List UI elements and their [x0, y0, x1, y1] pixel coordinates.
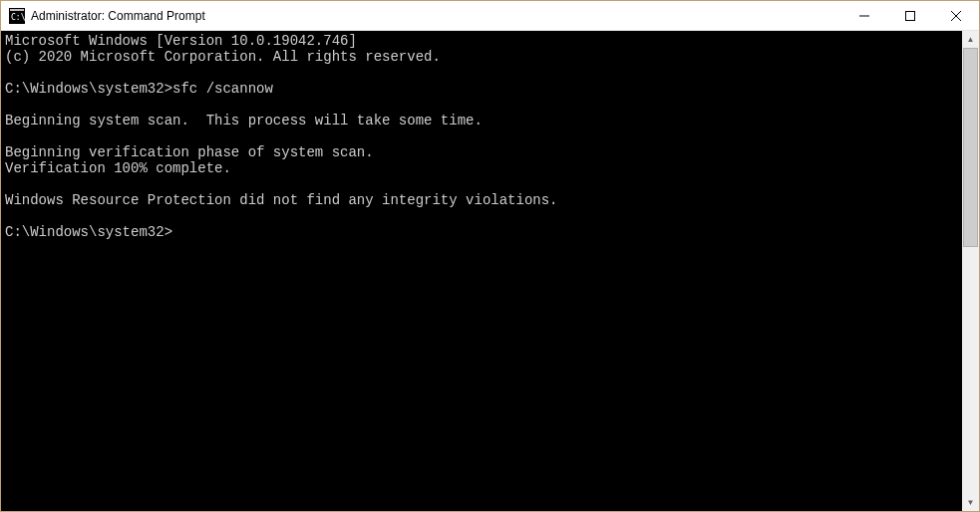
terminal-line: Beginning verification phase of system s… — [5, 144, 374, 160]
scrollbar-up-arrow[interactable]: ▲ — [962, 31, 979, 48]
terminal-output[interactable]: Microsoft Windows [Version 10.0.19042.74… — [1, 31, 962, 511]
svg-rect-1 — [10, 9, 24, 11]
terminal-line: Verification 100% complete. — [5, 160, 231, 176]
minimize-button[interactable] — [841, 1, 887, 30]
terminal-line: (c) 2020 Microsoft Corporation. All righ… — [5, 49, 441, 65]
terminal-line: Windows Resource Protection did not find… — [5, 192, 558, 208]
terminal-wrapper: Microsoft Windows [Version 10.0.19042.74… — [1, 31, 979, 511]
terminal-line: C:\Windows\system32>sfc /scannow — [5, 81, 273, 97]
svg-rect-4 — [906, 11, 915, 20]
terminal-line: Beginning system scan. This process will… — [5, 113, 483, 128]
terminal-line: Microsoft Windows [Version 10.0.19042.74… — [5, 33, 357, 49]
window-controls — [841, 1, 979, 30]
command-prompt-window: C:\ Administrator: Command Prompt Micros… — [0, 0, 980, 512]
svg-text:C:\: C:\ — [11, 13, 25, 22]
cmd-icon: C:\ — [9, 8, 25, 24]
window-title: Administrator: Command Prompt — [31, 9, 841, 23]
scrollbar-down-arrow[interactable]: ▼ — [962, 494, 979, 511]
scrollbar-thumb[interactable] — [963, 48, 978, 247]
vertical-scrollbar[interactable]: ▲ ▼ — [962, 31, 979, 511]
maximize-button[interactable] — [887, 1, 933, 30]
close-button[interactable] — [933, 1, 979, 30]
terminal-prompt: C:\Windows\system32> — [5, 224, 172, 240]
titlebar[interactable]: C:\ Administrator: Command Prompt — [1, 1, 979, 31]
